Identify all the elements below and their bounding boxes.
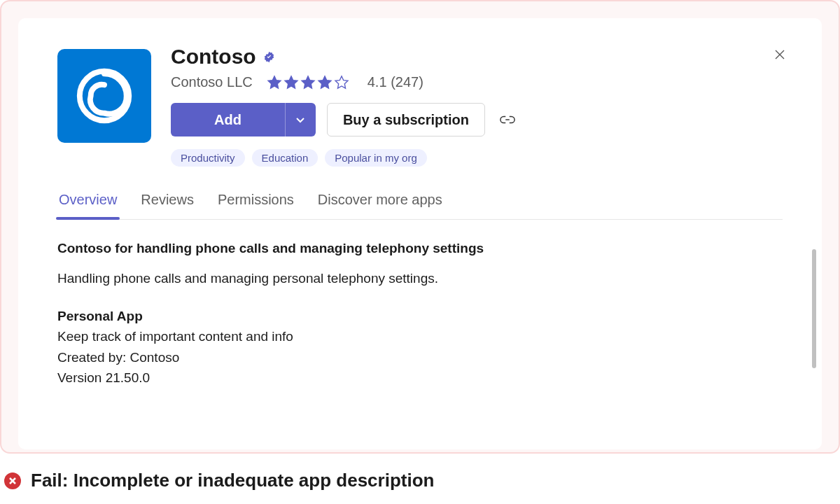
annotation-frame: Contoso Contoso LLC 4.1 (247) bbox=[0, 0, 840, 454]
link-icon bbox=[500, 113, 515, 126]
version-line: Version 21.50.0 bbox=[57, 368, 783, 388]
category-tag[interactable]: Productivity bbox=[171, 149, 245, 167]
chevron-down-icon bbox=[295, 115, 305, 125]
scrollbar-thumb[interactable] bbox=[812, 249, 816, 368]
close-button[interactable] bbox=[770, 45, 790, 64]
star-icon bbox=[300, 75, 316, 90]
add-button[interactable]: Add bbox=[171, 103, 285, 136]
overview-content: Contoso for handling phone calls and man… bbox=[57, 238, 783, 388]
feature-heading: Personal App bbox=[57, 306, 783, 326]
tabs-row: OverviewReviewsPermissionsDiscover more … bbox=[57, 192, 783, 220]
swirl-icon bbox=[74, 65, 135, 127]
app-details-card: Contoso Contoso LLC 4.1 (247) bbox=[18, 18, 822, 449]
buy-subscription-button[interactable]: Buy a subscription bbox=[327, 103, 485, 136]
tab-discover-more-apps[interactable]: Discover more apps bbox=[316, 192, 444, 219]
publisher-row: Contoso LLC 4.1 (247) bbox=[171, 74, 783, 90]
app-header: Contoso Contoso LLC 4.1 (247) bbox=[57, 49, 783, 167]
overview-headline: Contoso for handling phone calls and man… bbox=[57, 238, 783, 258]
tab-overview[interactable]: Overview bbox=[57, 192, 118, 219]
add-button-group: Add bbox=[171, 103, 316, 136]
tab-reviews[interactable]: Reviews bbox=[139, 192, 195, 219]
tags-row: ProductivityEducationPopular in my org bbox=[171, 149, 783, 167]
publisher-name: Contoso LLC bbox=[171, 74, 253, 90]
app-title: Contoso bbox=[171, 45, 256, 69]
tab-permissions[interactable]: Permissions bbox=[216, 192, 295, 219]
fail-annotation: Fail: Incomplete or inadequate app descr… bbox=[4, 470, 434, 491]
created-by-line: Created by: Contoso bbox=[57, 347, 783, 368]
category-tag[interactable]: Popular in my org bbox=[325, 149, 427, 167]
star-icon bbox=[267, 75, 282, 90]
action-buttons-row: Add Buy a subscription bbox=[171, 103, 783, 136]
star-rating[interactable] bbox=[267, 75, 349, 90]
star-icon bbox=[334, 75, 349, 90]
copy-link-button[interactable] bbox=[496, 108, 519, 131]
feature-line: Keep track of important content and info bbox=[57, 326, 783, 346]
overview-summary: Handling phone calls and managing person… bbox=[57, 268, 783, 288]
rating-value-text: 4.1 (247) bbox=[368, 74, 424, 90]
star-icon bbox=[284, 75, 299, 90]
app-title-row: Contoso bbox=[171, 45, 783, 69]
add-dropdown-button[interactable] bbox=[285, 103, 316, 136]
category-tag[interactable]: Education bbox=[252, 149, 318, 167]
star-icon bbox=[317, 75, 332, 90]
verified-badge-icon bbox=[263, 51, 275, 63]
fail-text: Fail: Incomplete or inadequate app descr… bbox=[31, 470, 434, 491]
close-icon bbox=[774, 49, 785, 60]
fail-icon bbox=[4, 472, 21, 489]
app-logo bbox=[57, 49, 151, 143]
app-header-main: Contoso Contoso LLC 4.1 (247) bbox=[171, 49, 783, 167]
